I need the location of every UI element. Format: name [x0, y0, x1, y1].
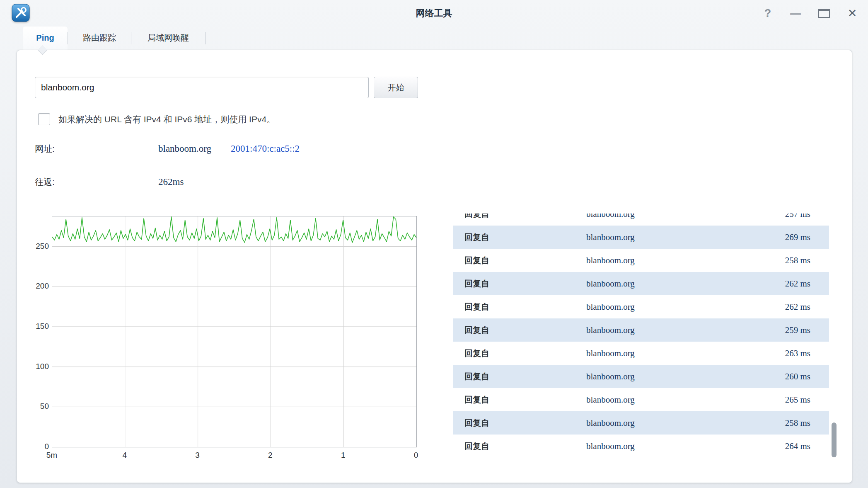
reply-host: blanboom.org — [586, 395, 744, 405]
reply-host: blanboom.org — [586, 255, 744, 266]
table-scrollbar[interactable] — [831, 214, 837, 458]
window-title: 网络工具 — [0, 0, 868, 27]
roundtrip-row: 往返: 262ms — [35, 175, 55, 189]
reply-prefix: 回复自 — [464, 371, 586, 382]
x-axis-labels: 5m43210 — [52, 450, 416, 461]
close-icon[interactable]: ✕ — [847, 8, 857, 19]
address-label: 网址: — [35, 144, 55, 153]
host-input[interactable] — [35, 77, 369, 98]
reply-prefix: 回复自 — [464, 325, 586, 336]
reply-host: blanboom.org — [586, 302, 744, 312]
tab-traceroute[interactable]: 路由跟踪 — [68, 27, 131, 50]
reply-prefix: 回复自 — [464, 278, 586, 289]
reply-host: blanboom.org — [586, 232, 744, 243]
help-icon[interactable]: ? — [763, 8, 773, 19]
scrollbar-thumb[interactable] — [832, 422, 837, 457]
reply-host: blanboom.org — [586, 441, 744, 452]
reply-table: 回复自blanboom.org257 ms回复自blanboom.org269 … — [453, 214, 829, 458]
tab-ping[interactable]: Ping — [23, 27, 68, 50]
tab-separator — [205, 32, 206, 44]
address-ipv6-link[interactable]: 2001:470:c:ac5::2 — [231, 142, 300, 155]
reply-prefix: 回复自 — [464, 255, 586, 266]
reply-host: blanboom.org — [586, 214, 744, 219]
maximize-icon[interactable] — [818, 9, 830, 18]
x-axis-tick: 5m — [39, 450, 64, 461]
reply-prefix: 回复自 — [464, 301, 586, 313]
reply-prefix: 回复自 — [464, 232, 586, 243]
x-axis-tick: 2 — [258, 450, 283, 461]
table-row[interactable]: 回复自blanboom.org269 ms — [453, 226, 829, 249]
table-row[interactable]: 回复自blanboom.org263 ms — [453, 342, 829, 365]
ipv4-checkbox[interactable] — [38, 113, 50, 125]
reply-time: 257 ms — [744, 214, 829, 219]
network-tools-window: 网络工具 ? — ✕ Ping 路由跟踪 局域网唤醒 开始 如果解决的 URL … — [0, 0, 868, 488]
y-axis-labels: 050100150200250 — [17, 216, 49, 448]
tab-bar: Ping 路由跟踪 局域网唤醒 — [23, 27, 206, 50]
start-button[interactable]: 开始 — [374, 77, 418, 98]
reply-host: blanboom.org — [586, 418, 744, 428]
ping-chart — [52, 216, 417, 447]
y-axis-tick: 150 — [17, 322, 49, 331]
x-axis-tick: 1 — [331, 450, 355, 461]
table-row[interactable]: 回复自blanboom.org258 ms — [453, 249, 829, 272]
app-icon — [11, 3, 30, 22]
reply-prefix: 回复自 — [464, 418, 586, 429]
address-host: blanboom.org — [158, 142, 211, 155]
ipv4-checkbox-label: 如果解决的 URL 含有 IPv4 和 IPv6 地址，则使用 IPv4。 — [58, 114, 275, 125]
address-row: 网址: blanboom.org 2001:470:c:ac5::2 — [35, 142, 55, 155]
y-axis-tick: 250 — [17, 242, 49, 251]
table-row[interactable]: 回复自blanboom.org259 ms — [453, 318, 829, 342]
reply-host: blanboom.org — [586, 325, 744, 335]
y-axis-tick: 100 — [17, 362, 49, 371]
chart-plot — [52, 216, 416, 447]
ping-panel: 开始 如果解决的 URL 含有 IPv4 和 IPv6 地址，则使用 IPv4。… — [17, 50, 852, 483]
y-axis-tick: 200 — [17, 282, 49, 291]
reply-host: blanboom.org — [586, 371, 744, 382]
table-row[interactable]: 回复自blanboom.org265 ms — [453, 388, 829, 411]
reply-time: 263 ms — [744, 348, 829, 359]
roundtrip-label: 往返: — [35, 177, 55, 187]
minimize-icon[interactable]: — — [790, 8, 801, 19]
titlebar: 网络工具 ? — ✕ — [0, 0, 868, 27]
table-row[interactable]: 回复自blanboom.org260 ms — [453, 365, 829, 388]
reply-prefix: 回复自 — [464, 394, 586, 405]
ipv4-option-row: 如果解决的 URL 含有 IPv4 和 IPv6 地址，则使用 IPv4。 — [38, 113, 275, 125]
reply-prefix: 回复自 — [464, 348, 586, 359]
x-axis-tick: 3 — [185, 450, 210, 461]
table-row[interactable]: 回复自blanboom.org257 ms — [453, 214, 829, 226]
reply-prefix: 回复自 — [464, 214, 586, 220]
table-row[interactable]: 回复自blanboom.org264 ms — [453, 435, 829, 458]
window-controls: ? — ✕ — [763, 0, 857, 27]
reply-time: 264 ms — [744, 441, 829, 452]
roundtrip-value: 262ms — [158, 175, 184, 189]
y-axis-tick: 50 — [17, 402, 49, 411]
table-row[interactable]: 回复自blanboom.org262 ms — [453, 272, 829, 295]
table-row[interactable]: 回复自blanboom.org258 ms — [453, 411, 829, 435]
x-axis-tick: 4 — [112, 450, 137, 461]
x-axis-tick: 0 — [404, 450, 428, 461]
reply-time: 262 ms — [744, 302, 829, 312]
reply-time: 258 ms — [744, 255, 829, 266]
reply-host: blanboom.org — [586, 348, 744, 359]
reply-time: 260 ms — [744, 371, 829, 382]
reply-time: 265 ms — [744, 395, 829, 405]
reply-time: 259 ms — [744, 325, 829, 335]
table-row[interactable]: 回复自blanboom.org262 ms — [453, 295, 829, 318]
tab-wake-on-lan[interactable]: 局域网唤醒 — [131, 27, 205, 50]
reply-time: 262 ms — [744, 279, 829, 289]
reply-time: 269 ms — [744, 232, 829, 243]
reply-time: 258 ms — [744, 418, 829, 428]
reply-host: blanboom.org — [586, 279, 744, 289]
reply-prefix: 回复自 — [464, 441, 586, 452]
